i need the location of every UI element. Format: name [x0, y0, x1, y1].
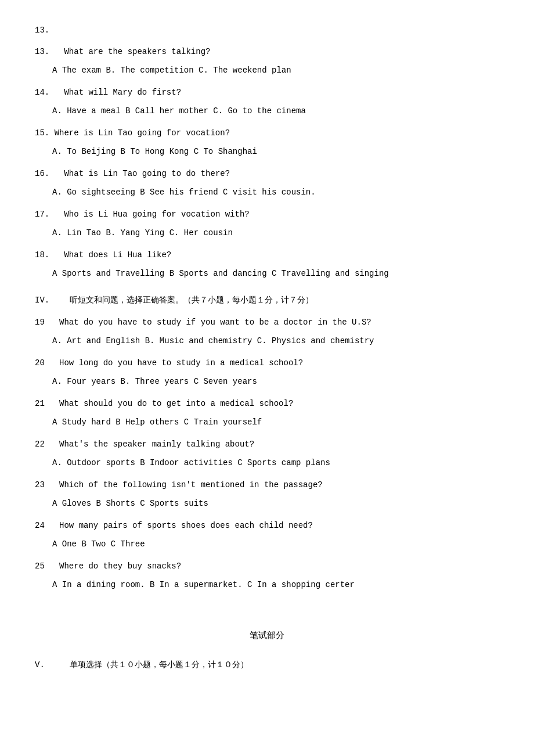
- q18-text: 18. What does Li Hua like?: [35, 247, 499, 263]
- question-22: 22 What's the speaker mainly talking abo…: [35, 436, 499, 471]
- section-iv-label: IV.: [35, 292, 58, 308]
- question-23: 23 Which of the following isn't mentione…: [35, 477, 499, 512]
- q13-question: What are the speakers talking?: [64, 47, 210, 56]
- q23-number: 23: [35, 480, 45, 489]
- q24-number: 24: [35, 521, 45, 530]
- q15-number: 15.: [35, 128, 49, 138]
- q14-question: What will Mary do first?: [64, 88, 181, 97]
- q21-options: A Study hard B Help others C Train yours…: [52, 414, 499, 430]
- section-v: V. 单项选择（共１０小题，每小题１分，计１０分）: [35, 657, 499, 673]
- question-13: 13.: [35, 23, 499, 38]
- q14-number: 14.: [35, 88, 49, 97]
- question-16: 16. What is Lin Tao going to do there? A…: [35, 165, 499, 200]
- q19-number: 19: [35, 318, 45, 327]
- q13-text: 13. What are the speakers talking?: [35, 44, 499, 60]
- q23-question: Which of the following isn't mentioned i…: [59, 480, 323, 489]
- q16-question: What is Lin Tao going to do there?: [64, 169, 230, 178]
- question-13-text: 13.: [35, 23, 499, 38]
- q20-question: How long do you have to study in a medic…: [59, 358, 303, 368]
- q20-number: 20: [35, 358, 45, 368]
- q14-text: 14. What will Mary do first?: [35, 84, 499, 100]
- section-iv-text: 听短文和问题，选择正确答案。（共７小题，每小题１分，计７分）: [70, 292, 313, 308]
- q24-text: 24 How many pairs of sports shoes does e…: [35, 517, 499, 534]
- q16-options: A. Go sightseeing B See his friend C vis…: [52, 184, 499, 200]
- question-13: 13. What are the speakers talking? A The…: [35, 44, 499, 78]
- q19-text: 19 What do you have to study if you want…: [35, 314, 499, 330]
- q21-number: 21: [35, 399, 45, 408]
- q22-text: 22 What's the speaker mainly talking abo…: [35, 436, 499, 452]
- q18-options: A Sports and Travelling B Sports and dan…: [52, 265, 499, 282]
- q15-question: Where is Lin Tao going for vocation?: [55, 128, 230, 138]
- q23-text: 23 Which of the following isn't mentione…: [35, 477, 499, 493]
- q22-number: 22: [35, 440, 45, 449]
- question-18: 18. What does Li Hua like? A Sports and …: [35, 247, 499, 282]
- q25-number: 25: [35, 561, 45, 571]
- question-17: 17. Who is Li Hua going for vocation wit…: [35, 206, 499, 241]
- q16-number: 16.: [35, 169, 49, 178]
- q17-text: 17. Who is Li Hua going for vocation wit…: [35, 206, 499, 222]
- q14-options: A. Have a meal B Call her mother C. Go t…: [52, 103, 499, 119]
- questions-13-18: 13.: [35, 23, 499, 38]
- q19-question: What do you have to study if you want to…: [59, 318, 371, 327]
- q20-options: A. Four years B. Three years C Seven yea…: [52, 373, 499, 390]
- section-v-text: 单项选择（共１０小题，每小题１分，计１０分）: [70, 657, 248, 673]
- question-25: 25 Where do they buy snacks? A In a dini…: [35, 558, 499, 593]
- question-14: 14. What will Mary do first? A. Have a m…: [35, 84, 499, 119]
- q21-text: 21 What should you do to get into a medi…: [35, 395, 499, 412]
- q15-text: 15. Where is Lin Tao going for vocation?: [35, 125, 499, 141]
- q15-options: A. To Beijing B To Hong Kong C To Shangh…: [52, 143, 499, 160]
- q21-question: What should you do to get into a medical…: [59, 399, 293, 408]
- questions-section: 13.: [35, 23, 499, 38]
- q25-question: Where do they buy snacks?: [59, 561, 181, 571]
- q20-text: 20 How long do you have to study in a me…: [35, 355, 499, 371]
- q16-text: 16. What is Lin Tao going to do there?: [35, 165, 499, 182]
- q17-question: Who is Li Hua going for vocation with?: [64, 210, 249, 219]
- q24-options: A One B Two C Three: [52, 536, 499, 552]
- section-v-label: V.: [35, 657, 58, 673]
- q25-options: A In a dining room. B In a supermarket. …: [52, 577, 499, 593]
- question-21: 21 What should you do to get into a medi…: [35, 395, 499, 430]
- main-content: 13. What are the speakers talking? A The…: [35, 44, 499, 673]
- q25-text: 25 Where do they buy snacks?: [35, 558, 499, 574]
- question-20: 20 How long do you have to study in a me…: [35, 355, 499, 390]
- section-iv-header: IV. 听短文和问题，选择正确答案。（共７小题，每小题１分，计７分）: [35, 292, 499, 308]
- q18-number: 18.: [35, 250, 49, 260]
- q19-options: A. Art and English B. Music and chemistr…: [52, 333, 499, 349]
- q13-options: A The exam B. The competition C. The wee…: [52, 62, 499, 78]
- question-19: 19 What do you have to study if you want…: [35, 314, 499, 349]
- q13-number: 13.: [35, 47, 49, 56]
- q24-question: How many pairs of sports shoes does each…: [59, 521, 313, 530]
- q17-number: 17.: [35, 210, 49, 219]
- q18-question: What does Li Hua like?: [64, 250, 171, 260]
- question-24: 24 How many pairs of sports shoes does e…: [35, 517, 499, 552]
- q22-options: A. Outdoor sports B Indoor activities C …: [52, 455, 499, 471]
- q17-options: A. Lin Tao B. Yang Ying C. Her cousin: [52, 225, 499, 241]
- written-title: 笔试部分: [35, 628, 499, 645]
- q23-options: A Gloves B Shorts C Sports suits: [52, 495, 499, 512]
- q22-question: What's the speaker mainly talking about?: [59, 440, 254, 449]
- question-15: 15. Where is Lin Tao going for vocation?…: [35, 125, 499, 160]
- written-section: 笔试部分: [35, 628, 499, 645]
